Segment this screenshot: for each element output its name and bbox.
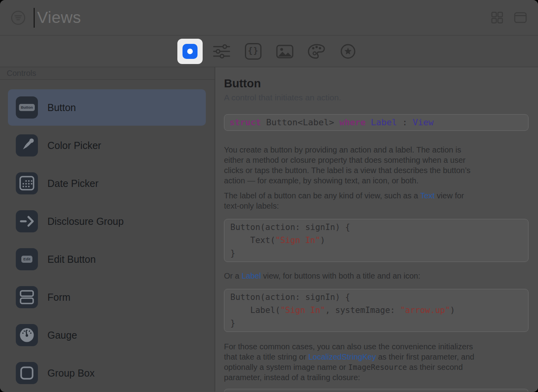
button-capsule-text: Button: [19, 104, 35, 111]
paragraph: For those common cases, you can also use…: [224, 341, 529, 383]
grid-view-icon[interactable]: [490, 10, 504, 25]
edit-capsule-text: Edit: [21, 256, 32, 263]
tab-appearance[interactable]: [304, 39, 329, 64]
dash-chevron-icon: [16, 210, 38, 232]
sidebar-item-label: Disclosure Group: [47, 216, 124, 227]
window-panel-icon[interactable]: [513, 10, 528, 25]
sidebar-item-group-box[interactable]: Group Box: [8, 355, 206, 391]
sidebar-item-gauge[interactable]: Gauge: [8, 317, 206, 353]
paint-palette-icon: [307, 43, 326, 60]
tab-code[interactable]: {}: [241, 39, 266, 64]
paragraph: Or a Label view, for buttons with both a…: [224, 271, 529, 281]
filter-icon[interactable]: [10, 10, 26, 26]
sidebar-section-header: Controls: [0, 67, 214, 80]
app-window: Views: [0, 0, 538, 392]
text-cursor: [34, 8, 35, 28]
sidebar-item-button[interactable]: Button Button: [8, 89, 206, 126]
gauge-icon: [16, 324, 38, 346]
sidebar-item-edit-button[interactable]: Edit Edit Button: [8, 241, 206, 277]
sidebar-item-disclosure-group[interactable]: Disclosure Group: [8, 203, 206, 239]
sidebar-item-label: Group Box: [47, 368, 95, 379]
edit-capsule-icon: Edit: [16, 248, 38, 270]
tab-modifiers[interactable]: [209, 39, 234, 64]
paragraph: You create a button by providing an acti…: [224, 145, 529, 186]
tabbar: {}: [0, 36, 538, 67]
code-example: Button(action: signIn) { Label("Sign In"…: [224, 289, 529, 332]
button-icon: [182, 44, 198, 59]
sliders-icon: [212, 43, 231, 60]
tab-favorites[interactable]: [335, 39, 361, 64]
calendar-icon: [16, 172, 38, 194]
detail-pane: Button A control that initiates an actio…: [215, 67, 538, 392]
titlebar: Views: [0, 0, 538, 36]
code-example: Button(action: signIn) { Text("Sign In")…: [224, 219, 529, 262]
rounded-box-icon: [16, 362, 38, 384]
tab-media[interactable]: [272, 39, 297, 64]
paragraph: The label of a button can be any kind of…: [224, 190, 529, 211]
code-example-partial: [224, 389, 529, 392]
sidebar-item-color-picker[interactable]: Color Picker: [8, 127, 206, 164]
eyedropper-icon: [16, 134, 38, 156]
sidebar-item-form[interactable]: Form: [8, 279, 206, 315]
declaration-box: struct Button<Label> where Label : View: [224, 114, 529, 131]
photo-icon: [275, 43, 294, 60]
page-subtitle: A control that initiates an action.: [224, 93, 529, 102]
sidebar-item-date-picker[interactable]: Date Picker: [8, 165, 206, 202]
tab-controls[interactable]: [177, 39, 203, 64]
curly-braces-icon: {}: [245, 43, 261, 60]
page-title: Button: [224, 77, 529, 90]
sidebar-item-label: Edit Button: [47, 254, 96, 265]
sidebar-item-label: Date Picker: [47, 178, 98, 189]
star-circle-icon: [339, 43, 357, 60]
button-capsule-icon: Button: [16, 96, 38, 119]
sidebar-item-label: Form: [47, 292, 70, 303]
stacked-rows-icon: [16, 286, 38, 308]
sidebar-list: Button Button Color P: [0, 80, 214, 391]
sidebar-item-label: Color Picker: [47, 140, 101, 151]
sidebar-item-label: Gauge: [47, 330, 77, 341]
sidebar: Controls Button Button: [0, 67, 215, 392]
search-input[interactable]: Views: [37, 8, 81, 27]
sidebar-item-label: Button: [47, 102, 76, 113]
